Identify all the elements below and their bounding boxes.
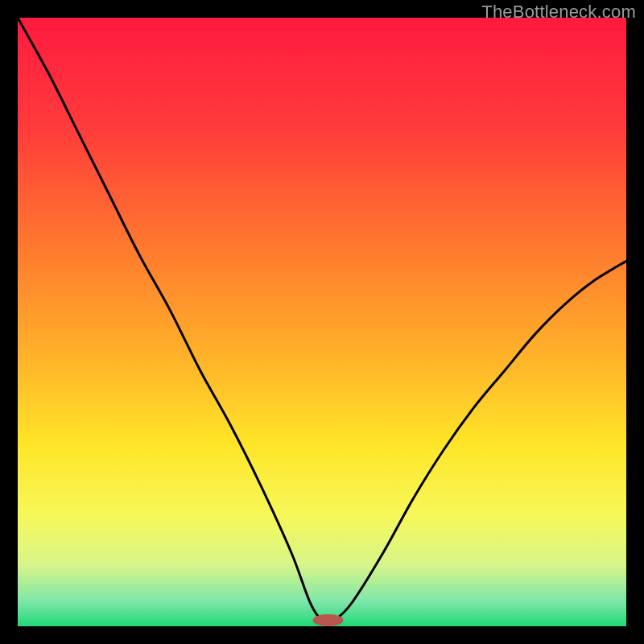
chart-svg <box>18 18 626 626</box>
watermark-text: TheBottleneck.com <box>481 2 636 23</box>
gradient-background <box>18 18 626 626</box>
chart-frame: TheBottleneck.com <box>0 0 644 644</box>
minimum-marker <box>313 614 344 626</box>
plot-area <box>18 18 626 626</box>
